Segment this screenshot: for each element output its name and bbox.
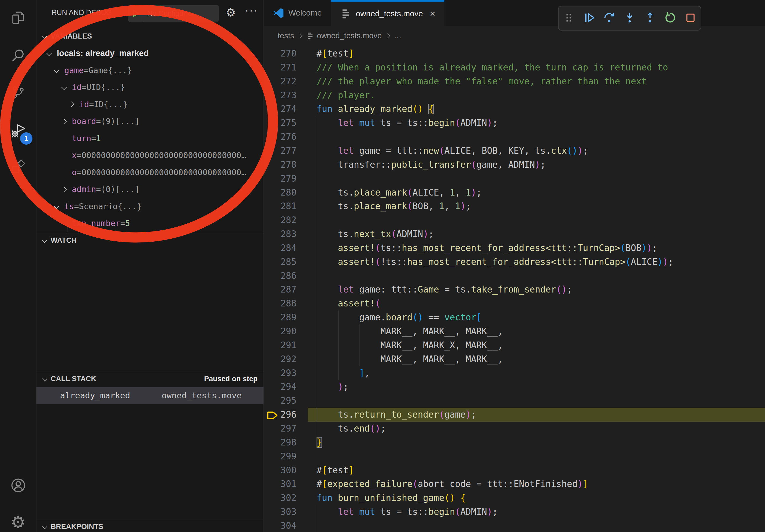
variable-row-admin[interactable]: admin = (0)[...] (36, 181, 289, 198)
variable-row-x[interactable]: x = 000000000000000000000000000000000… (36, 147, 289, 164)
call-stack-frame[interactable]: already_markedowned_tests.move (36, 387, 264, 404)
activity-item-extensions[interactable] (0, 152, 36, 183)
code-text[interactable]: let mut ts = ts::begin(ADMIN); (317, 505, 498, 519)
code-text[interactable]: let game = ttt::new(ALICE, BOB, KEY, ts.… (317, 144, 588, 158)
activity-item-run-and-debug[interactable]: 1 (0, 116, 36, 147)
line-number[interactable]: 303 (264, 505, 297, 519)
gear-icon[interactable]: ⚙ (226, 7, 236, 18)
code-text[interactable]: assert!(!ts::has_most_recent_for_address… (317, 255, 673, 269)
step-out-button[interactable] (642, 9, 658, 27)
variable-row-id[interactable]: id = UID{...} (36, 79, 289, 96)
code-text[interactable]: /// player. (317, 89, 375, 102)
code-text[interactable]: #[expected_failure(abort_code = ttt::ENo… (317, 477, 588, 491)
code-text[interactable]: game.board() == vector[ (317, 311, 482, 324)
line-number[interactable]: 290 (264, 324, 297, 338)
activity-item-accounts[interactable] (0, 470, 36, 501)
line-number[interactable]: 301 (264, 477, 297, 491)
stop-button[interactable] (682, 9, 698, 27)
line-number[interactable]: 302 (264, 491, 297, 505)
line-number[interactable]: 297 (264, 421, 297, 435)
line-number[interactable]: 276 (264, 130, 297, 144)
line-number[interactable]: 287 (264, 283, 297, 297)
step-into-button[interactable] (622, 9, 638, 27)
line-number[interactable]: 277 (264, 144, 297, 158)
code-text[interactable]: #[test] (317, 463, 354, 477)
variable-row-o[interactable]: o = 000000000000000000000000000000000… (36, 164, 289, 181)
variable-row-turn[interactable]: turn = 1 (36, 130, 289, 147)
code-text[interactable]: /// the player who made the "false" move… (317, 75, 647, 89)
code-text[interactable]: /// When a position is already marked, t… (317, 61, 668, 75)
chevron-down-icon[interactable] (62, 86, 72, 89)
more-actions-icon[interactable]: ··· (245, 4, 258, 16)
line-number[interactable]: 278 (264, 158, 297, 172)
line-number[interactable]: 283 (264, 227, 297, 241)
code-text[interactable]: let mut ts = ts::begin(ADMIN); (317, 116, 498, 130)
chevron-right-icon[interactable] (62, 187, 72, 191)
line-number[interactable]: 294 (264, 380, 297, 394)
code-text[interactable]: ts.return_to_sender(game); (317, 408, 476, 421)
code-text[interactable]: fun already_marked() { (317, 102, 434, 116)
line-number[interactable]: 271 (264, 61, 297, 75)
step-over-button[interactable] (601, 9, 617, 27)
variable-row-game[interactable]: game = Game{...} (36, 62, 282, 79)
code-text[interactable]: #[test] (317, 47, 354, 61)
line-number[interactable]: 281 (264, 199, 297, 213)
line-number[interactable]: 282 (264, 213, 297, 227)
chevron-right-icon[interactable] (62, 120, 72, 123)
breakpoints-section-header[interactable]: BREAKPOINTS (36, 520, 264, 532)
code-text[interactable]: ], (317, 366, 370, 380)
line-number[interactable]: 275 (264, 116, 297, 130)
code-text[interactable]: MARK__, MARK__, MARK__, (317, 352, 503, 366)
start-debug-icon[interactable] (128, 5, 143, 22)
scope-row-locals-already-marked[interactable]: locals: already_marked (36, 45, 274, 62)
chevron-down-icon[interactable] (55, 68, 64, 72)
code-text[interactable]: ); (317, 380, 349, 394)
code-text[interactable]: let game: ttt::Game = ts.take_from_sende… (317, 283, 572, 297)
variable-row-ts[interactable]: ts = Scenario{...} (36, 198, 282, 215)
line-number[interactable]: 274 (264, 102, 297, 116)
line-number[interactable]: 286 (264, 269, 297, 283)
activity-item-source-control[interactable] (0, 77, 36, 108)
line-number[interactable]: 296 (264, 408, 297, 421)
code-text[interactable]: fun burn_unfinished_game() { (317, 491, 465, 505)
watch-section-header[interactable]: WATCH (36, 234, 264, 247)
line-number[interactable]: 280 (264, 186, 297, 199)
code-text[interactable]: transfer::public_transfer(game, ADMIN); (317, 158, 545, 172)
code-text[interactable]: MARK__, MARK__, MARK__, (317, 324, 503, 338)
line-number[interactable]: 304 (264, 519, 297, 532)
chevron-right-icon[interactable] (70, 102, 79, 106)
line-number[interactable]: 292 (264, 352, 297, 366)
code-text[interactable]: ts.end(); (317, 421, 386, 435)
activity-item-search[interactable] (0, 40, 36, 72)
line-number[interactable]: 291 (264, 338, 297, 352)
drag-handle-button[interactable] (561, 9, 577, 27)
line-number[interactable]: 298 (264, 435, 297, 449)
line-number[interactable]: 284 (264, 241, 297, 255)
line-number[interactable]: 279 (264, 172, 297, 186)
code-text[interactable]: ts.next_tx(ADMIN); (317, 227, 434, 241)
code-text[interactable]: assert!(ts::has_most_recent_for_address<… (317, 241, 657, 255)
line-number[interactable]: 299 (264, 449, 297, 463)
code-text[interactable]: MARK__, MARK_X, MARK__, (317, 338, 503, 352)
activity-item-settings[interactable]: ⚙ (0, 507, 36, 532)
code-text[interactable]: ts.place_mark(BOB, 1, 1); (317, 199, 471, 213)
code-text[interactable]: assert!( (317, 297, 381, 311)
variables-section-header[interactable]: VARIABLES (36, 30, 264, 43)
code-text[interactable]: } (317, 435, 322, 449)
call-stack-section-header[interactable]: CALL STACK Paused on step (36, 372, 264, 386)
line-number[interactable]: 272 (264, 75, 297, 89)
variable-row-board[interactable]: board = (9)[...] (36, 113, 289, 130)
restart-button[interactable] (662, 9, 678, 27)
line-number[interactable]: 273 (264, 89, 297, 102)
line-number[interactable]: 289 (264, 311, 297, 324)
line-number[interactable]: 270 (264, 47, 297, 61)
chevron-down-icon[interactable] (55, 204, 64, 208)
line-number[interactable]: 300 (264, 463, 297, 477)
variable-row-txn_number[interactable]: txn_number = 5 (36, 215, 289, 232)
line-number[interactable]: 295 (264, 394, 297, 408)
chevron-down-icon[interactable] (47, 51, 57, 55)
line-number[interactable]: 293 (264, 366, 297, 380)
continue-button[interactable] (581, 9, 597, 27)
line-number[interactable]: 288 (264, 297, 297, 311)
code-text[interactable]: ts.place_mark(ALICE, 1, 1); (317, 186, 482, 199)
